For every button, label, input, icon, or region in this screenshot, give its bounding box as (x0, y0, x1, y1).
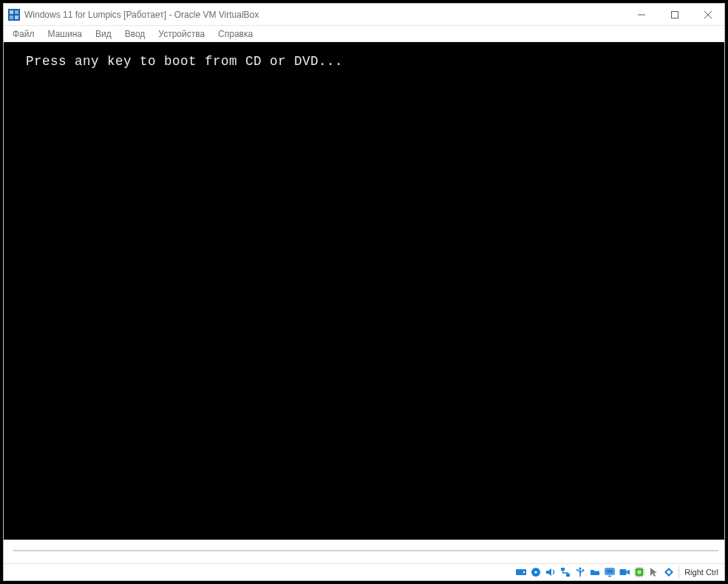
hard-disk-icon[interactable] (514, 566, 527, 579)
close-button[interactable] (691, 4, 724, 26)
svg-rect-1 (10, 10, 13, 14)
window-title: Windows 11 for Lumpics [Работает] - Orac… (24, 10, 259, 20)
svg-rect-4 (15, 16, 18, 19)
svg-point-17 (579, 567, 581, 569)
maximize-button[interactable] (658, 4, 691, 26)
usb-icon[interactable] (574, 566, 586, 579)
menu-help[interactable]: Справка (212, 27, 259, 41)
menu-view[interactable]: Вид (89, 27, 118, 41)
minimize-button[interactable] (625, 4, 658, 26)
svg-rect-14 (561, 568, 565, 571)
svg-marker-39 (650, 568, 657, 577)
statusbar: Right Ctrl (4, 563, 724, 580)
svg-point-12 (534, 571, 537, 573)
svg-rect-6 (671, 11, 678, 18)
svg-rect-2 (15, 10, 18, 14)
svg-point-10 (523, 571, 525, 574)
svg-rect-23 (619, 569, 626, 575)
svg-rect-3 (10, 16, 13, 19)
vm-display[interactable]: Press any key to boot from CD or DVD... (4, 42, 724, 563)
titlebar: Windows 11 for Lumpics [Работает] - Orac… (4, 4, 724, 26)
optical-disc-icon[interactable] (529, 566, 542, 579)
vm-bottom-strip (4, 540, 724, 563)
audio-icon[interactable] (544, 566, 557, 579)
keyboard-icon[interactable] (662, 566, 675, 579)
virtualbox-app-icon (8, 9, 20, 21)
svg-point-18 (576, 569, 577, 571)
menu-devices[interactable]: Устройства (152, 27, 211, 41)
network-icon[interactable] (559, 566, 571, 579)
display-icon[interactable] (603, 566, 616, 579)
mouse-integration-icon[interactable] (647, 566, 660, 579)
recording-icon[interactable] (618, 566, 630, 579)
menu-input[interactable]: Ввод (119, 27, 152, 41)
svg-rect-15 (566, 574, 570, 577)
hostkey-label[interactable]: Right Ctrl (684, 568, 720, 577)
cpu-icon[interactable] (633, 566, 645, 579)
svg-rect-21 (606, 569, 613, 574)
svg-marker-13 (546, 568, 551, 576)
menu-file[interactable]: Файл (7, 27, 41, 41)
shared-folders-icon[interactable] (588, 566, 601, 579)
svg-rect-26 (637, 571, 641, 574)
vm-scroll-track (13, 550, 718, 551)
menu-machine[interactable]: Машина (42, 27, 88, 41)
boot-prompt-text: Press any key to boot from CD or DVD... (26, 54, 343, 69)
virtualbox-window: Windows 11 for Lumpics [Работает] - Orac… (3, 3, 725, 581)
status-separator (678, 566, 679, 578)
menubar: Файл Машина Вид Ввод Устройства Справка (4, 26, 724, 42)
svg-rect-19 (582, 569, 583, 571)
svg-marker-24 (626, 570, 630, 575)
